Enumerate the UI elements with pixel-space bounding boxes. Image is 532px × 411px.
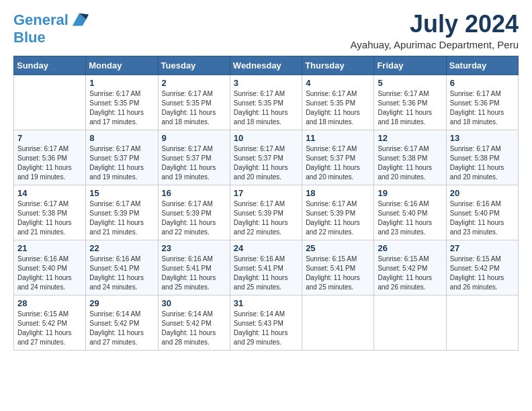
calendar-cell: 25Sunrise: 6:15 AMSunset: 5:41 PMDayligh…: [302, 240, 374, 295]
calendar-cell: 4Sunrise: 6:17 AMSunset: 5:35 PMDaylight…: [302, 75, 374, 130]
day-info: Sunrise: 6:17 AMSunset: 5:39 PMDaylight:…: [306, 199, 370, 237]
day-number: 2: [162, 78, 226, 88]
calendar-week-row: 7Sunrise: 6:17 AMSunset: 5:36 PMDaylight…: [14, 130, 519, 185]
weekday-header: Wednesday: [230, 56, 302, 75]
calendar-cell: 23Sunrise: 6:16 AMSunset: 5:41 PMDayligh…: [158, 240, 230, 295]
day-info: Sunrise: 6:14 AMSunset: 5:42 PMDaylight:…: [162, 310, 226, 347]
location: Ayahuay, Apurimac Department, Peru: [351, 39, 519, 50]
calendar-cell: 6Sunrise: 6:17 AMSunset: 5:36 PMDaylight…: [446, 75, 518, 130]
calendar-cell: 17Sunrise: 6:17 AMSunset: 5:39 PMDayligh…: [230, 185, 302, 240]
calendar-cell: 7Sunrise: 6:17 AMSunset: 5:36 PMDaylight…: [14, 130, 86, 185]
day-info: Sunrise: 6:17 AMSunset: 5:36 PMDaylight:…: [450, 89, 515, 127]
calendar-cell: 19Sunrise: 6:16 AMSunset: 5:40 PMDayligh…: [374, 185, 446, 240]
day-number: 29: [89, 298, 154, 308]
day-info: Sunrise: 6:15 AMSunset: 5:42 PMDaylight:…: [17, 310, 82, 347]
day-info: Sunrise: 6:16 AMSunset: 5:40 PMDaylight:…: [378, 199, 442, 237]
day-number: 25: [306, 243, 370, 253]
weekday-header: Tuesday: [158, 56, 230, 75]
day-info: Sunrise: 6:17 AMSunset: 5:38 PMDaylight:…: [450, 144, 515, 182]
day-info: Sunrise: 6:14 AMSunset: 5:42 PMDaylight:…: [89, 310, 154, 347]
day-number: 9: [162, 133, 226, 143]
day-number: 31: [234, 298, 298, 308]
calendar-cell: 30Sunrise: 6:14 AMSunset: 5:42 PMDayligh…: [158, 295, 230, 350]
calendar-cell: 12Sunrise: 6:17 AMSunset: 5:38 PMDayligh…: [374, 130, 446, 185]
page: General Blue July 2024 Ayahuay, Apurimac…: [0, 0, 532, 411]
day-number: 20: [450, 188, 515, 198]
calendar-cell: 29Sunrise: 6:14 AMSunset: 5:42 PMDayligh…: [86, 295, 158, 350]
day-number: 6: [450, 78, 515, 88]
calendar-header-row: SundayMondayTuesdayWednesdayThursdayFrid…: [14, 56, 519, 75]
day-number: 5: [378, 78, 442, 88]
weekday-header: Saturday: [446, 56, 518, 75]
day-number: 17: [234, 188, 298, 198]
calendar-cell: 9Sunrise: 6:17 AMSunset: 5:37 PMDaylight…: [158, 130, 230, 185]
day-info: Sunrise: 6:17 AMSunset: 5:35 PMDaylight:…: [89, 89, 154, 127]
day-info: Sunrise: 6:15 AMSunset: 5:41 PMDaylight:…: [306, 255, 370, 292]
weekday-header: Thursday: [302, 56, 374, 75]
calendar-cell: 5Sunrise: 6:17 AMSunset: 5:36 PMDaylight…: [374, 75, 446, 130]
calendar-cell: 26Sunrise: 6:15 AMSunset: 5:42 PMDayligh…: [374, 240, 446, 295]
logo-icon: [70, 11, 89, 30]
day-info: Sunrise: 6:17 AMSunset: 5:38 PMDaylight:…: [378, 144, 442, 182]
weekday-header: Friday: [374, 56, 446, 75]
calendar-cell: 21Sunrise: 6:16 AMSunset: 5:40 PMDayligh…: [14, 240, 86, 295]
calendar-cell: [302, 295, 374, 350]
calendar-week-row: 14Sunrise: 6:17 AMSunset: 5:38 PMDayligh…: [14, 185, 519, 240]
day-info: Sunrise: 6:16 AMSunset: 5:41 PMDaylight:…: [234, 255, 298, 292]
day-number: 18: [306, 188, 370, 198]
logo-blue: Blue: [13, 30, 89, 46]
day-number: 27: [450, 243, 515, 253]
day-number: 28: [17, 298, 82, 308]
calendar-cell: 16Sunrise: 6:17 AMSunset: 5:39 PMDayligh…: [158, 185, 230, 240]
day-number: 23: [162, 243, 226, 253]
calendar-week-row: 21Sunrise: 6:16 AMSunset: 5:40 PMDayligh…: [14, 240, 519, 295]
day-number: 21: [17, 243, 82, 253]
calendar-cell: 15Sunrise: 6:17 AMSunset: 5:39 PMDayligh…: [86, 185, 158, 240]
day-number: 22: [89, 243, 154, 253]
calendar-cell: 18Sunrise: 6:17 AMSunset: 5:39 PMDayligh…: [302, 185, 374, 240]
day-info: Sunrise: 6:17 AMSunset: 5:39 PMDaylight:…: [162, 199, 226, 237]
day-info: Sunrise: 6:15 AMSunset: 5:42 PMDaylight:…: [450, 255, 515, 292]
day-info: Sunrise: 6:17 AMSunset: 5:36 PMDaylight:…: [378, 89, 442, 127]
day-info: Sunrise: 6:16 AMSunset: 5:40 PMDaylight:…: [450, 199, 515, 237]
day-number: 30: [162, 298, 226, 308]
day-info: Sunrise: 6:17 AMSunset: 5:37 PMDaylight:…: [234, 144, 298, 182]
month-year: July 2024: [351, 11, 519, 38]
day-info: Sunrise: 6:17 AMSunset: 5:35 PMDaylight:…: [306, 89, 370, 127]
day-info: Sunrise: 6:17 AMSunset: 5:38 PMDaylight:…: [17, 199, 82, 237]
day-number: 15: [89, 188, 154, 198]
calendar-cell: 1Sunrise: 6:17 AMSunset: 5:35 PMDaylight…: [86, 75, 158, 130]
calendar-cell: 20Sunrise: 6:16 AMSunset: 5:40 PMDayligh…: [446, 185, 518, 240]
day-number: 8: [89, 133, 154, 143]
day-number: 7: [17, 133, 82, 143]
weekday-header: Sunday: [14, 56, 86, 75]
calendar-week-row: 28Sunrise: 6:15 AMSunset: 5:42 PMDayligh…: [14, 295, 519, 350]
calendar-cell: 11Sunrise: 6:17 AMSunset: 5:37 PMDayligh…: [302, 130, 374, 185]
calendar-cell: 31Sunrise: 6:14 AMSunset: 5:43 PMDayligh…: [230, 295, 302, 350]
day-info: Sunrise: 6:17 AMSunset: 5:35 PMDaylight:…: [234, 89, 298, 127]
calendar-cell: 3Sunrise: 6:17 AMSunset: 5:35 PMDaylight…: [230, 75, 302, 130]
calendar-cell: [446, 295, 518, 350]
day-number: 3: [234, 78, 298, 88]
day-number: 4: [306, 78, 370, 88]
day-info: Sunrise: 6:17 AMSunset: 5:35 PMDaylight:…: [162, 89, 226, 127]
calendar-cell: 28Sunrise: 6:15 AMSunset: 5:42 PMDayligh…: [14, 295, 86, 350]
day-info: Sunrise: 6:14 AMSunset: 5:43 PMDaylight:…: [234, 310, 298, 347]
logo-text: General: [13, 12, 69, 28]
day-number: 12: [378, 133, 442, 143]
calendar-table: SundayMondayTuesdayWednesdayThursdayFrid…: [13, 56, 519, 351]
day-info: Sunrise: 6:16 AMSunset: 5:41 PMDaylight:…: [162, 255, 226, 292]
weekday-header: Monday: [86, 56, 158, 75]
calendar-cell: 22Sunrise: 6:16 AMSunset: 5:41 PMDayligh…: [86, 240, 158, 295]
header: General Blue July 2024 Ayahuay, Apurimac…: [13, 11, 519, 50]
day-number: 26: [378, 243, 442, 253]
logo: General Blue: [13, 11, 89, 46]
calendar-cell: 2Sunrise: 6:17 AMSunset: 5:35 PMDaylight…: [158, 75, 230, 130]
day-number: 13: [450, 133, 515, 143]
calendar-cell: 24Sunrise: 6:16 AMSunset: 5:41 PMDayligh…: [230, 240, 302, 295]
day-info: Sunrise: 6:16 AMSunset: 5:40 PMDaylight:…: [17, 255, 82, 292]
day-number: 11: [306, 133, 370, 143]
day-number: 24: [234, 243, 298, 253]
calendar-cell: 14Sunrise: 6:17 AMSunset: 5:38 PMDayligh…: [14, 185, 86, 240]
calendar-cell: [14, 75, 86, 130]
